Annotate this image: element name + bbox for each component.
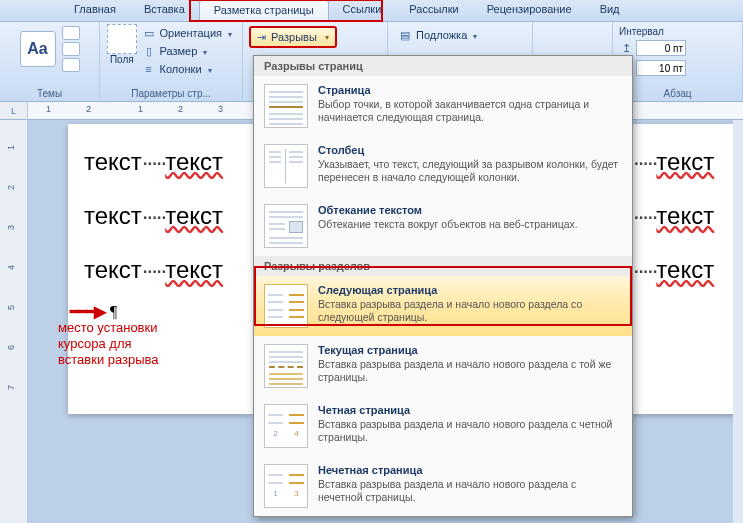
spacing-before-input[interactable]: [636, 40, 686, 56]
tab-home[interactable]: Главная: [60, 0, 130, 22]
orientation-icon: ▭: [142, 26, 156, 40]
group-label-page-setup: Параметры стр...: [106, 86, 236, 101]
tab-page-layout[interactable]: Разметка страницы: [199, 0, 329, 22]
margins-button[interactable]: [107, 24, 137, 54]
spacing-title: Интервал: [619, 26, 736, 37]
thumb-continuous-icon: [264, 344, 308, 388]
dd-item-desc: Вставка разрыва раздела и начало нового …: [318, 478, 622, 504]
spacing-before-row: ↥: [619, 39, 736, 57]
orientation-label: Ориентация: [160, 27, 222, 39]
vertical-scrollbar[interactable]: [733, 120, 743, 523]
dd-item-page[interactable]: Страница Выбор точки, в которой заканчив…: [254, 76, 632, 136]
group-page-setup: Поля ▭Ориентация ▯Размер ≡Колонки Параме…: [100, 22, 243, 101]
ruler-corner: L: [0, 102, 28, 119]
dd-item-name: Страница: [318, 84, 622, 96]
dd-item-name: Нечетная страница: [318, 464, 622, 476]
dd-item-name: Столбец: [318, 144, 622, 156]
cursor-indicator: ━━━▶ ¶: [70, 302, 117, 321]
spacing-after-row: ↧: [619, 59, 736, 77]
cursor-caption: место установки курсора для вставки разр…: [58, 320, 208, 368]
dd-item-name: Четная страница: [318, 404, 622, 416]
watermark-icon: ▤: [398, 28, 412, 42]
theme-effects-button[interactable]: [62, 58, 80, 72]
dd-item-name: Обтекание текстом: [318, 204, 622, 216]
dd-item-column[interactable]: Столбец Указывает, что текст, следующий …: [254, 136, 632, 196]
dd-item-desc: Вставка разрыва раздела и начало нового …: [318, 418, 622, 444]
dd-item-odd-page[interactable]: 13 Нечетная страница Вставка разрыва раз…: [254, 456, 632, 516]
dd-section-sections: Разрывы разделов: [254, 256, 632, 276]
dd-item-continuous[interactable]: Текущая страница Вставка разрыва раздела…: [254, 336, 632, 396]
ribbon-tabs: Главная Вставка Разметка страницы Ссылки…: [0, 0, 743, 22]
orientation-button[interactable]: ▭Ориентация: [138, 24, 236, 42]
thumb-odd-page-icon: 13: [264, 464, 308, 508]
dd-item-desc: Вставка разрыва раздела и начало нового …: [318, 358, 622, 384]
pilcrow-icon: ¶: [110, 303, 117, 321]
breaks-dropdown: Разрывы страниц Страница Выбор точки, в …: [253, 55, 633, 517]
group-label-themes: Темы: [6, 86, 93, 101]
dd-item-desc: Обтекание текста вокруг объектов на веб-…: [318, 218, 622, 231]
themes-button[interactable]: Aa: [20, 31, 56, 67]
breaks-icon: ⇥: [257, 31, 266, 44]
page-1: текст·····текст текст·····текст текст···…: [68, 124, 253, 414]
size-label: Размер: [160, 45, 198, 57]
size-icon: ▯: [142, 44, 156, 58]
columns-label: Колонки: [160, 63, 202, 75]
doc-word: текст: [84, 148, 142, 175]
vertical-ruler[interactable]: 1 2 3 4 5 6 7: [0, 120, 28, 523]
dd-section-pages: Разрывы страниц: [254, 56, 632, 76]
spacing-before-icon: ↥: [619, 41, 633, 55]
breaks-button[interactable]: ⇥ Разрывы: [249, 26, 337, 48]
tab-references[interactable]: Ссылки: [329, 0, 396, 22]
size-button[interactable]: ▯Размер: [138, 42, 236, 60]
group-label-paragraph: Абзац: [619, 86, 736, 101]
tab-view[interactable]: Вид: [586, 0, 634, 22]
dd-item-name: Текущая страница: [318, 344, 622, 356]
thumb-textwrap-icon: [264, 204, 308, 248]
dd-item-even-page[interactable]: 24 Четная страница Вставка разрыва разде…: [254, 396, 632, 456]
thumb-next-page-icon: [264, 284, 308, 328]
watermark-label: Подложка: [416, 29, 467, 41]
columns-icon: ≡: [142, 62, 156, 76]
columns-button[interactable]: ≡Колонки: [138, 60, 236, 78]
theme-colors-button[interactable]: [62, 26, 80, 40]
thumb-page-icon: [264, 84, 308, 128]
dd-item-desc: Вставка разрыва раздела и начало нового …: [318, 298, 622, 324]
arrow-icon: ━━━▶: [70, 302, 104, 321]
dd-item-desc: Выбор точки, в которой заканчивается одн…: [318, 98, 622, 124]
theme-fonts-button[interactable]: [62, 42, 80, 56]
tab-insert[interactable]: Вставка: [130, 0, 199, 22]
dd-item-next-page[interactable]: Следующая страница Вставка разрыва разде…: [254, 276, 632, 336]
thumb-column-icon: [264, 144, 308, 188]
dd-item-textwrap[interactable]: Обтекание текстом Обтекание текста вокру…: [254, 196, 632, 256]
dd-item-desc: Указывает, что текст, следующий за разры…: [318, 158, 622, 184]
dd-item-name: Следующая страница: [318, 284, 622, 296]
group-themes: Aa Темы: [0, 22, 100, 101]
tab-mailings[interactable]: Рассылки: [395, 0, 472, 22]
margins-label: Поля: [110, 54, 134, 65]
breaks-label: Разрывы: [271, 31, 317, 43]
watermark-button[interactable]: ▤Подложка: [394, 26, 526, 44]
tab-review[interactable]: Рецензирование: [473, 0, 586, 22]
thumb-even-page-icon: 24: [264, 404, 308, 448]
spacing-after-input[interactable]: [636, 60, 686, 76]
